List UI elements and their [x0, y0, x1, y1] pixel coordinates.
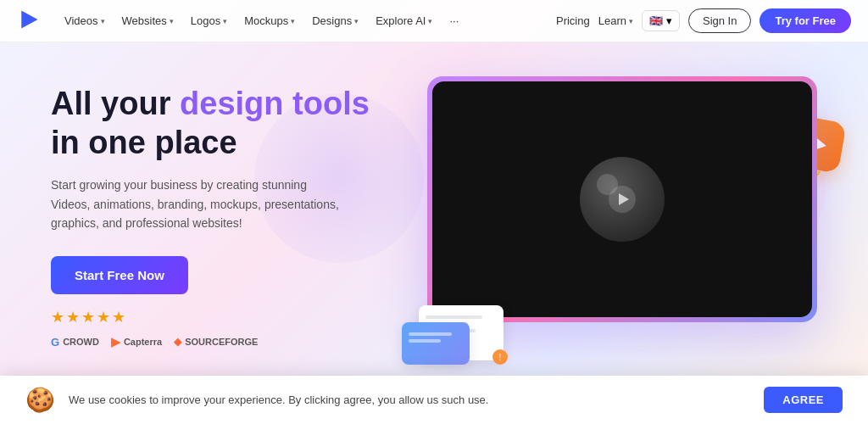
review-badges: G CROWD ▶ Capterra ◆ SOURCEFORGE [51, 335, 427, 349]
video-player[interactable] [432, 81, 812, 317]
cookie-banner: 🍪 We use cookies to improve your experie… [0, 376, 868, 424]
nav-item-designs[interactable]: Designs ▾ [305, 11, 365, 31]
nav-item-websites[interactable]: Websites ▾ [115, 11, 181, 31]
sourceforge-icon: ◆ [174, 336, 181, 348]
nav-pricing[interactable]: Pricing [556, 14, 590, 27]
hero-left: All your design tools in one place Start… [51, 68, 427, 424]
badge-sourceforge: ◆ SOURCEFORGE [174, 336, 258, 348]
chevron-down-icon: ▾ [101, 17, 105, 25]
chevron-down-icon: ▾ [291, 17, 295, 25]
cookie-text: We use cookies to improve your experienc… [69, 393, 750, 406]
hero-title: All your design tools in one place [51, 85, 427, 162]
badge-capterra: ▶ Capterra [111, 335, 162, 349]
signin-button[interactable]: Sign In [688, 8, 751, 33]
nav-item-videos[interactable]: Videos ▾ [58, 11, 112, 31]
play-button[interactable] [609, 186, 636, 213]
nav-item-more[interactable]: ··· [442, 11, 465, 31]
badge-g2crowd: G CROWD [51, 336, 99, 349]
capterra-icon: ▶ [111, 335, 120, 349]
nav-learn[interactable]: Learn ▾ [598, 14, 633, 27]
flag-icon: 🇬🇧 [649, 14, 663, 27]
try-for-free-button[interactable]: Try for Free [760, 8, 851, 33]
nav-links: Videos ▾ Websites ▾ Logos ▾ Mockups ▾ De… [58, 11, 556, 31]
nav-item-mockups[interactable]: Mockups ▾ [237, 11, 302, 31]
chevron-down-icon: ▾ [629, 17, 633, 25]
nav-right: Pricing Learn ▾ 🇬🇧 ▾ Sign In Try for Fre… [556, 8, 851, 33]
chevron-down-icon: ▾ [666, 14, 672, 27]
navbar: Videos ▾ Websites ▾ Logos ▾ Mockups ▾ De… [0, 0, 868, 42]
video-container[interactable] [427, 76, 817, 322]
chevron-down-icon: ▾ [354, 17, 359, 25]
hero-right: ⚡ ! [427, 68, 817, 424]
video-sphere [580, 157, 665, 242]
nav-item-explore-ai[interactable]: Explore AI ▾ [369, 11, 439, 31]
language-selector[interactable]: 🇬🇧 ▾ [642, 10, 680, 31]
star-rating: ★★★★★ [51, 308, 427, 326]
cookie-icon: 🍪 [25, 386, 55, 414]
chevron-down-icon: ▾ [428, 17, 432, 25]
agree-button[interactable]: AGREE [764, 387, 843, 413]
play-icon [619, 193, 629, 205]
chevron-down-icon: ▾ [170, 17, 174, 25]
chevron-down-icon: ▾ [223, 17, 227, 25]
logo[interactable] [17, 8, 58, 35]
nav-item-logos[interactable]: Logos ▾ [184, 11, 234, 31]
hero-subtitle: Start growing your business by creating … [51, 176, 339, 232]
start-free-button[interactable]: Start Free Now [51, 256, 188, 294]
svg-marker-0 [21, 10, 37, 28]
hero-section: All your design tools in one place Start… [0, 42, 868, 424]
